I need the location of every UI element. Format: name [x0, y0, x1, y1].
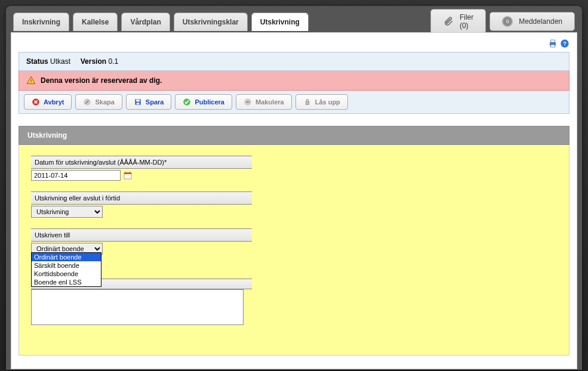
svg-text:!: !	[30, 78, 32, 84]
alert-bar: ! Denna version är reserverad av dig.	[19, 71, 569, 91]
till-option-lss[interactable]: Boende enl LSS	[32, 278, 101, 286]
svg-rect-13	[246, 101, 250, 102]
calendar-icon[interactable]	[123, 171, 133, 180]
tab-vardplan[interactable]: Vårdplan	[121, 13, 170, 31]
toolbar: Avbryt Skapa Spara Publicera Makulera Lå…	[19, 91, 569, 114]
section-header: Utskrivning	[19, 126, 569, 145]
alert-text: Denna version är reserverad av dig.	[41, 76, 162, 85]
warning-icon: !	[26, 76, 36, 85]
svg-rect-9	[136, 100, 140, 102]
svg-rect-10	[137, 103, 140, 104]
status-label: Status	[26, 57, 48, 66]
content-panel: ? Status Utkast Version 0.1 ! Denna vers…	[11, 32, 577, 369]
spara-button[interactable]: Spara	[126, 94, 172, 110]
till-option-ordinart[interactable]: Ordinärt boende	[32, 253, 101, 261]
tab-utskrivningsklar[interactable]: Utskrivningsklar	[174, 13, 248, 31]
avbryt-button[interactable]: Avbryt	[24, 94, 72, 110]
publicera-button[interactable]: Publicera	[175, 94, 232, 110]
lock-icon	[303, 98, 312, 106]
top-tab-bar: Inskrivning Kallelse Vårdplan Utskrivnin…	[11, 11, 577, 32]
meddelanden-button[interactable]: 0 Meddelanden	[490, 12, 575, 31]
filer-label: Filer (0)	[460, 13, 473, 30]
till-dropdown-open: Ordinärt boende Särskilt boende Korttids…	[31, 252, 101, 287]
print-icon[interactable]	[548, 39, 558, 48]
pencil-icon	[83, 98, 91, 106]
till-option-sarskilt[interactable]: Särskilt boende	[32, 261, 101, 270]
minus-icon	[244, 98, 252, 106]
datum-input[interactable]	[31, 170, 121, 181]
skapa-button[interactable]: Skapa	[75, 94, 122, 110]
tab-inskrivning[interactable]: Inskrivning	[13, 13, 69, 31]
tab-kallelse[interactable]: Kallelse	[73, 13, 118, 31]
comment-textarea[interactable]	[31, 289, 244, 325]
datum-label: Datum för utskrivning/avslut (ÅÅÅÅ-MM-DD…	[31, 156, 252, 169]
meddelanden-label: Meddelanden	[519, 17, 562, 26]
meddelanden-badge: 0	[502, 16, 513, 27]
avslut-label: Utskrivning eller avslut i förtid	[31, 191, 252, 205]
save-icon	[134, 98, 142, 106]
filer-button[interactable]: Filer (0)	[430, 9, 486, 34]
version-label: Version	[81, 57, 106, 66]
status-value: Utkast	[50, 57, 70, 66]
help-icon[interactable]: ?	[560, 39, 569, 48]
paperclip-icon	[443, 16, 454, 27]
till-label: Utskriven till	[31, 228, 252, 242]
till-option-korttids[interactable]: Korttidsboende	[32, 270, 101, 278]
cancel-icon	[32, 98, 40, 106]
avslut-select[interactable]: Utskrivning	[31, 206, 103, 218]
makulera-button[interactable]: Makulera	[236, 94, 292, 110]
svg-rect-1	[551, 40, 555, 42]
svg-rect-2	[551, 45, 555, 47]
svg-text:?: ?	[563, 41, 567, 47]
check-icon	[183, 98, 191, 106]
svg-rect-14	[306, 101, 309, 104]
form-area: Datum för utskrivning/avslut (ÅÅÅÅ-MM-DD…	[19, 145, 569, 355]
version-value: 0.1	[108, 57, 118, 66]
tab-utskrivning[interactable]: Utskrivning	[251, 13, 309, 31]
status-bar: Status Utkast Version 0.1	[19, 52, 569, 71]
svg-rect-16	[124, 172, 131, 174]
lasupp-button[interactable]: Lås upp	[295, 94, 348, 110]
